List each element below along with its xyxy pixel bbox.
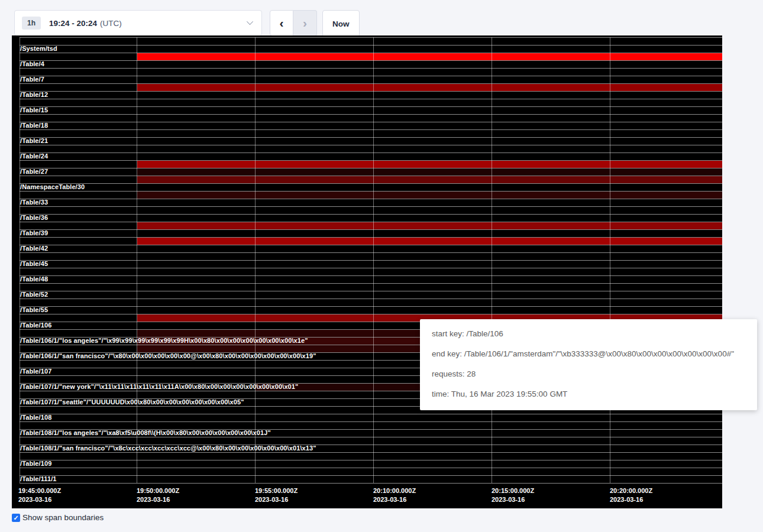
time-nav-group: ‹ › (270, 10, 317, 36)
key-label: /System/tsd (20, 45, 57, 53)
x-axis-tick: 20:15:00.000Z2023-03-16 (492, 486, 534, 504)
grid-line-h (20, 314, 722, 314)
x-axis-tick: 20:10:00.000Z2023-03-16 (373, 486, 416, 504)
grid-line-h (20, 468, 722, 468)
grid-line-h (20, 260, 722, 261)
grid-line-h (20, 306, 722, 307)
key-label: /Table/12 (20, 91, 48, 99)
key-visualizer-canvas[interactable]: /System/tsd/Table/4/Table/7/Table/12/Tab… (12, 35, 722, 508)
key-label: /Table/107 (20, 368, 51, 375)
key-label: /Table/108/1/"san francisco"/"\x8c\xcc\x… (20, 445, 316, 452)
key-label: /Table/27 (20, 168, 48, 176)
grid-line-h (20, 53, 722, 53)
key-label: /Table/48 (20, 275, 48, 283)
tooltip-time: time: Thu, 16 Mar 2023 19:55:00 GMT (432, 388, 745, 400)
key-label: /Table/42 (20, 245, 48, 252)
key-label: /Table/45 (20, 260, 48, 268)
key-label: /Table/106/1/"los angeles"/"\x99\x99\x99… (20, 337, 308, 345)
heat-band (137, 238, 722, 245)
grid-line-h (20, 252, 722, 253)
grid-line-h (20, 283, 722, 284)
toolbar: 1h 19:24 - 20:24 (UTC) ‹ › Now (0, 0, 763, 35)
grid-line-h (20, 275, 722, 276)
grid-line-h (20, 437, 722, 437)
key-label: /Table/52 (20, 291, 48, 299)
range-timezone: (UTC) (100, 19, 122, 28)
range-duration-badge: 1h (22, 17, 41, 30)
prev-time-button[interactable]: ‹ (270, 10, 293, 36)
grid-line-v (610, 37, 610, 483)
range-text: 19:24 - 20:24 (49, 19, 97, 28)
grid-line-h (20, 421, 722, 422)
grid-line-h (20, 452, 722, 453)
grid-line-v (373, 37, 374, 483)
grid-line-h (20, 299, 722, 299)
chevron-down-icon (247, 18, 253, 25)
key-label: /Table/33 (20, 199, 48, 206)
grid-line-h (20, 129, 722, 130)
grid-line-h (20, 45, 722, 46)
key-label: /Table/55 (20, 306, 48, 314)
grid-line-h (20, 214, 722, 215)
grid-line-h (20, 176, 722, 176)
x-axis-tick: 19:50:00.000Z2023-03-16 (137, 486, 179, 504)
show-span-boundaries-checkbox[interactable]: ✓ (12, 514, 20, 522)
chevron-left-icon: ‹ (280, 16, 284, 30)
grid-line-h (20, 99, 722, 99)
grid-line-h (20, 191, 722, 192)
grid-line-h (20, 68, 722, 69)
grid-line-h (20, 291, 722, 291)
heat-band (137, 176, 722, 183)
grid-line-h (20, 145, 722, 145)
key-label: /Table/108/1/"los angeles"/"\xa8\xf5\u00… (20, 429, 271, 437)
heat-band (137, 161, 722, 168)
key-label: /Table/111/1 (20, 475, 57, 483)
now-button-label: Now (332, 20, 350, 28)
grid-line-h (20, 83, 722, 84)
grid-line-h (20, 229, 722, 230)
x-axis-tick: 19:45:00.000Z2023-03-16 (18, 486, 61, 504)
key-label: /Table/24 (20, 153, 48, 160)
key-label: /Table/36 (20, 214, 48, 222)
key-label: /Table/39 (20, 229, 48, 237)
grid-line-h (20, 475, 722, 476)
grid-line-h (20, 168, 722, 168)
grid-line-v (255, 37, 256, 483)
grid-line-h (20, 137, 722, 138)
grid-line-h (20, 237, 722, 238)
grid-line-v (492, 37, 492, 483)
grid-line-h (20, 122, 722, 122)
x-axis-tick: 20:20:00.000Z2023-03-16 (610, 486, 652, 504)
key-label: /Table/108 (20, 414, 51, 421)
grid-line-h (20, 114, 722, 115)
grid-line-h (20, 60, 722, 61)
cell-tooltip: start key: /Table/106 end key: /Table/10… (420, 319, 757, 410)
grid-line-h (20, 483, 722, 484)
checkmark-icon: ✓ (13, 514, 18, 522)
grid-line-h (20, 206, 722, 207)
key-label: /Table/107/1/"seattle"/"UUUUUUD\x00\x80\… (20, 398, 244, 406)
tooltip-start-key: start key: /Table/106 (432, 328, 745, 340)
time-range-selector[interactable]: 1h 19:24 - 20:24 (UTC) (14, 10, 262, 36)
now-button[interactable]: Now (322, 10, 360, 37)
key-label: /Table/21 (20, 137, 48, 145)
chevron-right-icon: › (303, 16, 307, 30)
grid-line-h (20, 222, 722, 222)
grid-line-h (20, 76, 722, 76)
key-label: /NamespaceTable/30 (20, 183, 85, 191)
tooltip-end-key: end key: /Table/106/1/"amsterdam"/"\xb33… (432, 348, 745, 360)
grid-line-h (20, 183, 722, 184)
key-label: /Table/106 (20, 322, 51, 329)
heat-band (137, 222, 722, 229)
heat-band (137, 192, 722, 199)
footer: ✓ Show span boundaries (12, 513, 104, 522)
grid-line-h (20, 106, 722, 107)
next-time-button[interactable]: › (293, 10, 317, 36)
key-label: /Table/4 (20, 60, 44, 68)
grid-line-h (20, 268, 722, 268)
grid-line-h (20, 199, 722, 199)
heat-band (137, 53, 722, 60)
grid-line-h (20, 91, 722, 92)
grid-line-h (20, 160, 722, 161)
key-label: /Table/15 (20, 106, 48, 114)
